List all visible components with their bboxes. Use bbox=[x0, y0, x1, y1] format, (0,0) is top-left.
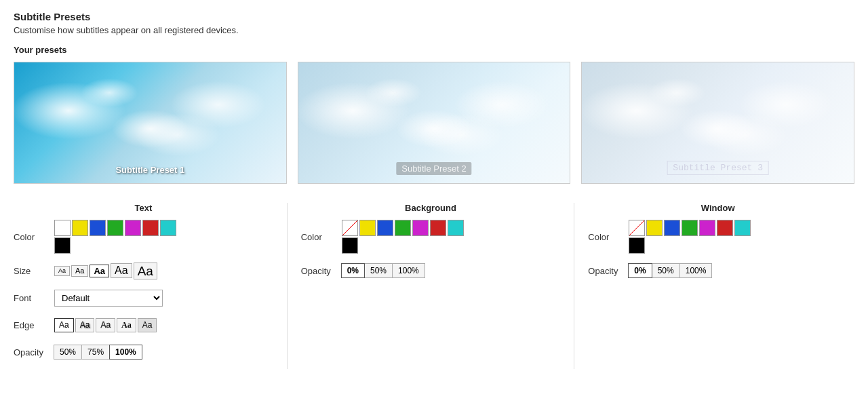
text-font-row: Font Default Arial Times New Roman Couri… bbox=[14, 288, 273, 308]
preset-card-3[interactable]: Subtitle Preset 3 bbox=[581, 62, 854, 184]
window-swatch-blue[interactable] bbox=[664, 220, 680, 236]
text-opacity-label: Opacity bbox=[14, 347, 54, 357]
bg-opacity-50[interactable]: 50% bbox=[364, 263, 393, 278]
window-opacity-btns: 0% 50% 100% bbox=[629, 263, 712, 278]
bg-swatch-magenta[interactable] bbox=[412, 220, 429, 236]
window-color-swatches bbox=[629, 220, 757, 254]
swatch-green[interactable] bbox=[107, 220, 123, 236]
edge-btn-raised[interactable]: Aa bbox=[117, 318, 136, 332]
window-opacity-label: Opacity bbox=[588, 266, 629, 276]
text-color-label: Color bbox=[14, 232, 54, 242]
bg-swatch-blue[interactable] bbox=[377, 220, 393, 236]
text-size-row: Size Aa Aa Aa Aa Aa bbox=[14, 260, 273, 281]
text-opacity-btns: 50% 75% 100% bbox=[54, 345, 142, 360]
size-btn-xl[interactable]: Aa bbox=[134, 263, 157, 279]
bg-swatch-black[interactable] bbox=[342, 237, 358, 254]
window-swatch-cyan[interactable] bbox=[734, 220, 751, 236]
swatch-red[interactable] bbox=[142, 220, 159, 236]
window-color-row: Color bbox=[588, 220, 848, 254]
divider-2 bbox=[574, 203, 574, 369]
size-btn-md[interactable]: Aa bbox=[90, 265, 109, 277]
preset-label-2: Subtitle Preset 2 bbox=[396, 162, 471, 175]
window-color-label: Color bbox=[588, 232, 629, 242]
text-opacity-100[interactable]: 100% bbox=[109, 345, 142, 360]
presets-heading: Your presets bbox=[14, 45, 854, 55]
text-edge-row: Edge Aa Aa Aa Aa Aa bbox=[14, 315, 273, 335]
background-section: Background Color Opacity 0% 50% 100% bbox=[294, 203, 568, 369]
size-btn-xs[interactable]: Aa bbox=[54, 266, 70, 276]
bg-opacity-label: Opacity bbox=[301, 266, 342, 276]
bg-color-row: Color bbox=[301, 220, 561, 254]
text-opacity-75[interactable]: 75% bbox=[81, 345, 110, 360]
bg-opacity-0[interactable]: 0% bbox=[341, 263, 365, 278]
window-section: Window Color Opacity 0% 50% 100% bbox=[581, 203, 854, 369]
window-swatch-magenta[interactable] bbox=[699, 220, 715, 236]
text-edge-label: Edge bbox=[14, 320, 54, 330]
preset-card-1[interactable]: Subtitle Preset 1 bbox=[14, 62, 287, 184]
edge-btn-outline[interactable]: Aa bbox=[96, 318, 115, 332]
divider-1 bbox=[287, 203, 288, 369]
text-font-label: Font bbox=[14, 293, 54, 303]
swatch-black[interactable] bbox=[54, 237, 71, 254]
window-opacity-row: Opacity 0% 50% 100% bbox=[588, 260, 848, 281]
page-title: Subtitle Presets bbox=[14, 11, 854, 22]
swatch-magenta[interactable] bbox=[125, 220, 141, 236]
bg-opacity-btns: 0% 50% 100% bbox=[342, 263, 425, 278]
edge-btn-shadow[interactable]: Aa bbox=[75, 318, 95, 332]
font-select[interactable]: Default Arial Times New Roman Courier Ne… bbox=[54, 290, 163, 307]
window-swatch-red[interactable] bbox=[717, 220, 733, 236]
swatch-white[interactable] bbox=[54, 220, 71, 236]
window-swatch-green[interactable] bbox=[682, 220, 698, 236]
controls-row: Text Color Size Aa Aa Aa Aa bbox=[14, 203, 854, 369]
text-opacity-row: Opacity 50% 75% 100% bbox=[14, 342, 273, 362]
bg-swatch-cyan[interactable] bbox=[448, 220, 464, 236]
edge-btn-none[interactable]: Aa bbox=[54, 318, 74, 332]
preset-label-1: Subtitle Preset 1 bbox=[115, 165, 184, 175]
window-opacity-0[interactable]: 0% bbox=[628, 263, 652, 278]
window-swatch-black[interactable] bbox=[629, 237, 645, 254]
bg-color-swatches bbox=[342, 220, 471, 254]
text-header: Text bbox=[14, 203, 273, 213]
size-btn-sm[interactable]: Aa bbox=[71, 265, 88, 277]
size-btn-lg[interactable]: Aa bbox=[111, 263, 132, 278]
page-subtitle: Customise how subtitles appear on all re… bbox=[14, 25, 854, 35]
text-opacity-50[interactable]: 50% bbox=[54, 345, 82, 360]
preset-card-2[interactable]: Subtitle Preset 2 bbox=[298, 62, 571, 184]
window-opacity-100[interactable]: 100% bbox=[679, 263, 713, 278]
text-section: Text Color Size Aa Aa Aa Aa bbox=[14, 203, 280, 369]
edge-btns: Aa Aa Aa Aa Aa bbox=[54, 318, 157, 332]
bg-color-label: Color bbox=[301, 232, 342, 242]
text-color-row: Color bbox=[14, 220, 273, 254]
bg-swatch-none[interactable] bbox=[342, 220, 358, 236]
bg-opacity-100[interactable]: 100% bbox=[392, 263, 425, 278]
swatch-yellow[interactable] bbox=[72, 220, 88, 236]
bg-header: Background bbox=[301, 203, 561, 213]
bg-swatch-yellow[interactable] bbox=[359, 220, 376, 236]
presets-row: Subtitle Preset 1 Subtitle Preset 2 Subt… bbox=[14, 62, 854, 184]
text-size-label: Size bbox=[14, 266, 54, 276]
bg-swatch-red[interactable] bbox=[430, 220, 446, 236]
bg-swatch-green[interactable] bbox=[395, 220, 411, 236]
bg-opacity-row: Opacity 0% 50% 100% bbox=[301, 260, 561, 281]
window-swatch-yellow[interactable] bbox=[646, 220, 663, 236]
window-header: Window bbox=[588, 203, 848, 213]
text-size-btns: Aa Aa Aa Aa Aa bbox=[54, 263, 157, 279]
window-swatch-none[interactable] bbox=[629, 220, 645, 236]
edge-btn-depressed[interactable]: Aa bbox=[138, 318, 157, 332]
preset-label-3: Subtitle Preset 3 bbox=[667, 161, 769, 175]
text-color-swatches bbox=[54, 220, 183, 254]
window-opacity-50[interactable]: 50% bbox=[652, 263, 680, 278]
swatch-cyan[interactable] bbox=[160, 220, 176, 236]
swatch-blue[interactable] bbox=[90, 220, 106, 236]
